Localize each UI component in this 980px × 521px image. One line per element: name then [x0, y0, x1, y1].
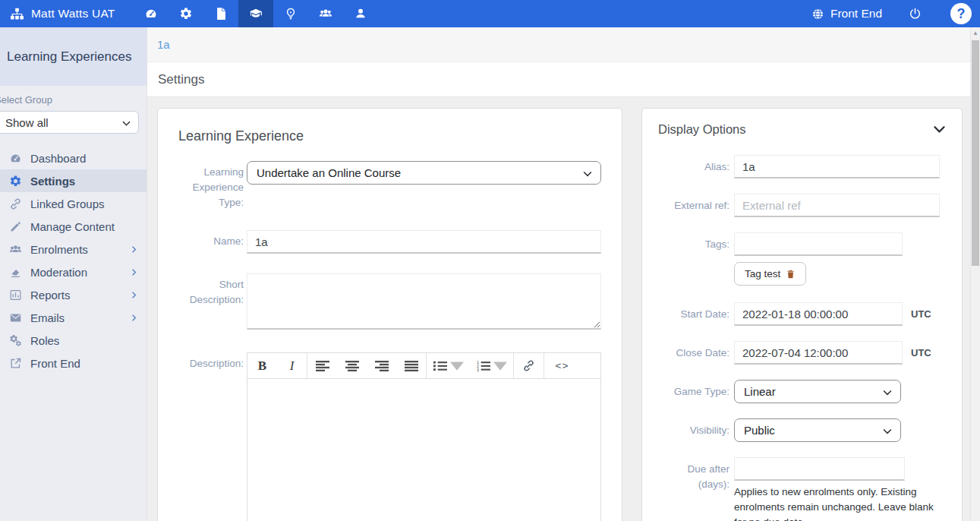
short-description-textarea[interactable] [247, 273, 601, 330]
sidebar-title: Learning Experiences [0, 27, 147, 86]
alias-input[interactable] [734, 155, 940, 178]
file-icon [214, 7, 228, 21]
due-after-label: Due after (days): [658, 457, 729, 521]
sidebar-item-settings[interactable]: Settings [0, 169, 147, 192]
nav-tab-settings[interactable] [169, 0, 203, 27]
users-group-icon [9, 243, 22, 256]
nav-tab-users[interactable] [308, 0, 343, 27]
nav-tab-learning-experiences[interactable] [238, 0, 273, 27]
view-html-button[interactable]: <> [544, 353, 580, 378]
external-ref-label: External ref: [658, 194, 729, 217]
nav-tab-dashboard[interactable] [134, 0, 169, 27]
chevron-down-icon [582, 169, 593, 179]
due-after-input[interactable] [734, 457, 905, 481]
close-date-timezone: UTC [911, 347, 931, 358]
logout-button[interactable] [909, 7, 922, 21]
le-type-row: Learning Experience Type: Undertake an O… [178, 161, 601, 210]
help-button[interactable]: ? [950, 3, 972, 24]
align-left-icon [316, 361, 329, 371]
user-icon [354, 7, 367, 21]
chevron-right-icon [129, 290, 139, 300]
sidebar-item-moderation[interactable]: Moderation [0, 260, 147, 283]
collapse-panel-button[interactable] [933, 124, 946, 135]
le-name-row: Name: [178, 230, 601, 254]
le-name-label: Name: [178, 230, 244, 254]
brand-label: Matt Watts UAT [31, 7, 115, 21]
visibility-select[interactable]: Public [734, 418, 901, 442]
short-desc-label: Short Description: [178, 273, 244, 333]
sidebar-item-label: Enrolments [30, 243, 88, 256]
sidebar-menu: Dashboard Settings Linked Groups Manage … [0, 147, 147, 374]
sidebar-item-label: Linked Groups [30, 197, 105, 210]
start-date-timezone: UTC [911, 308, 931, 320]
brand[interactable]: Matt Watts UAT [0, 7, 124, 21]
start-date-input[interactable] [734, 302, 903, 326]
nav-tab-pages[interactable] [203, 0, 238, 27]
name-input[interactable] [247, 230, 601, 254]
sidebar-item-emails[interactable]: Emails [0, 306, 147, 329]
toolbar-group-link [514, 353, 544, 378]
sidebar-item-label: Roles [30, 334, 59, 347]
tag-chip[interactable]: Tag test [734, 262, 806, 286]
sidebar-item-enrolments[interactable]: Enrolments [0, 238, 147, 260]
due-after-row: Due after (days): Applies to new enrolme… [658, 457, 946, 521]
chevron-right-icon [129, 267, 139, 277]
insert-link-button[interactable] [514, 353, 544, 378]
game-type-label: Game Type: [658, 380, 729, 403]
nav-tab-profile[interactable] [343, 0, 378, 27]
sidebar-item-front-end[interactable]: Front End [0, 352, 147, 374]
le-type-select[interactable]: Undertake an Online Course [247, 161, 601, 185]
breadcrumb-current[interactable]: 1a [157, 38, 170, 51]
alias-label: Alias: [658, 155, 729, 178]
lightbulb-icon [284, 7, 298, 21]
page-title-bar: Settings [147, 62, 970, 97]
visibility-row: Visibility: Public [658, 418, 946, 442]
toolbar-group-lists: 123 [427, 353, 514, 378]
group-select[interactable]: Show all [0, 111, 139, 134]
sidebar-item-linked-groups[interactable]: Linked Groups [0, 192, 147, 215]
code-glyph: <> [556, 360, 569, 371]
chevron-down-icon [882, 426, 893, 437]
chevron-down-icon [121, 118, 131, 128]
nav-tab-ideas[interactable] [273, 0, 308, 27]
align-center-button[interactable] [337, 353, 367, 378]
scrollbar-up-arrow[interactable]: ▲ [971, 27, 980, 38]
sidebar-item-roles[interactable]: Roles [0, 329, 147, 352]
navbar-right: Front End ? [811, 3, 980, 24]
sidebar-item-label: Moderation [30, 266, 87, 279]
learning-experience-panel: Learning Experience Learning Experience … [157, 108, 622, 521]
align-right-button[interactable] [367, 353, 396, 378]
unordered-list-button[interactable] [427, 353, 470, 378]
italic-button[interactable]: I [277, 353, 307, 378]
external-ref-input[interactable] [734, 194, 940, 217]
sidebar-item-reports[interactable]: Reports [0, 283, 147, 306]
caret-down-icon [493, 361, 507, 371]
bold-glyph: B [258, 358, 266, 374]
description-editor-body[interactable] [247, 379, 601, 521]
vertical-scrollbar[interactable]: ▲ [970, 27, 980, 521]
sidebar-item-dashboard[interactable]: Dashboard [0, 147, 147, 169]
scrollbar-thumb[interactable] [972, 40, 979, 266]
ordered-list-button[interactable]: 123 [470, 353, 513, 378]
sidebar-item-label: Settings [30, 175, 75, 188]
bold-button[interactable]: B [247, 353, 277, 378]
italic-glyph: I [290, 358, 295, 374]
toolbar-group-align [307, 353, 427, 378]
chevron-right-icon [129, 313, 139, 323]
trash-icon[interactable] [786, 269, 796, 279]
sidebar-item-label: Manage Content [30, 220, 115, 233]
game-type-select[interactable]: Linear [734, 380, 901, 403]
gear-icon [9, 175, 22, 188]
align-left-button[interactable] [307, 353, 337, 378]
chevron-right-icon [129, 245, 139, 254]
game-type-row: Game Type: Linear [658, 380, 946, 403]
sidebar-item-label: Front End [30, 357, 80, 370]
sidebar-item-manage-content[interactable]: Manage Content [0, 215, 147, 238]
toolbar-group-code: <> [544, 353, 580, 378]
align-justify-button[interactable] [396, 353, 426, 378]
close-date-input[interactable] [734, 341, 903, 365]
globe-icon [811, 8, 824, 21]
top-navbar: Matt Watts UAT [0, 0, 980, 27]
tags-input[interactable] [734, 232, 903, 256]
front-end-link[interactable]: Front End [811, 7, 882, 21]
